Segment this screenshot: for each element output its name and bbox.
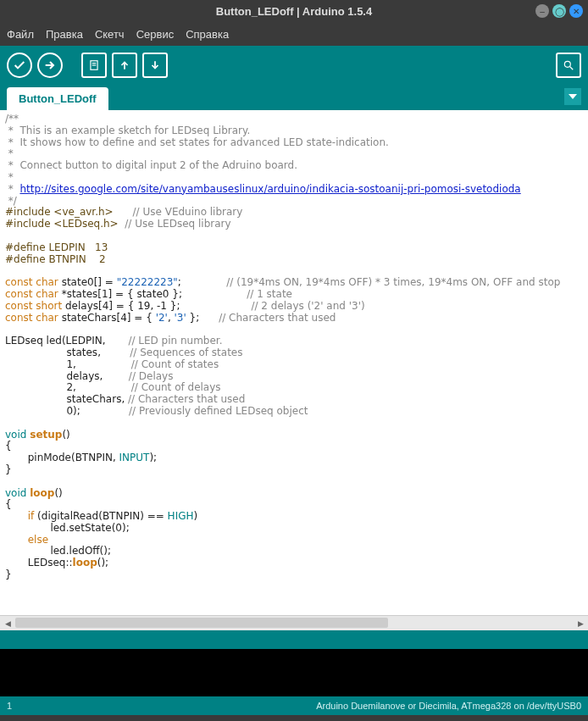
code-link[interactable]: http://sites.google.com/site/vanyambause… <box>19 183 520 195</box>
menu-edit[interactable]: Правка <box>46 28 83 41</box>
menu-tools[interactable]: Сервис <box>136 28 175 41</box>
code-line: delays, // Delays <box>5 371 583 383</box>
tab-sketch[interactable]: Button_LEDoff <box>7 87 108 110</box>
code-line: 2, // Count of delays <box>5 382 583 394</box>
horizontal-scrollbar[interactable]: ◀ ▶ <box>0 615 588 630</box>
arrow-right-icon <box>43 58 57 72</box>
serial-monitor-button[interactable] <box>556 53 581 78</box>
code-line: * Connect button to digital input 2 of t… <box>5 160 583 172</box>
save-button[interactable] <box>142 53 168 78</box>
code-line <box>5 265 583 277</box>
code-line: 0); // Previously defined LEDseq object <box>5 406 583 418</box>
close-button[interactable]: ✕ <box>569 4 583 18</box>
code-line: #define BTNPIN 2 <box>5 254 583 266</box>
code-line: const char stateChars[4] = { '2', '3' };… <box>5 313 583 324</box>
code-line: 1, // Count of states <box>5 359 583 371</box>
scroll-left-icon[interactable]: ◀ <box>2 618 14 629</box>
scroll-right-icon[interactable]: ▶ <box>574 618 586 629</box>
code-line: #include <ve_avr.h> // Use VEduino libra… <box>5 207 583 219</box>
code-line: pinMode(BTNPIN, INPUT); <box>5 452 583 464</box>
scrollbar-thumb[interactable] <box>15 618 388 628</box>
code-line: void loop() <box>5 488 583 500</box>
code-line <box>5 418 583 430</box>
code-line: led.ledOff(); <box>5 546 583 557</box>
code-line: led.setState(0); <box>5 523 583 535</box>
code-line: /** <box>5 114 583 125</box>
code-line: #define LEDPIN 13 <box>5 242 583 254</box>
code-line: stateChars, // Characters that used <box>5 394 583 406</box>
magnifier-icon <box>563 59 574 71</box>
code-line: { <box>5 499 583 511</box>
code-line: } <box>5 464 583 476</box>
tab-menu-button[interactable] <box>564 88 581 105</box>
code-line: const short delays[4] = { 19, -1 }; // 2… <box>5 301 583 313</box>
code-line: { <box>5 441 583 452</box>
code-line: states, // Sequences of states <box>5 347 583 359</box>
code-line: else <box>5 535 583 546</box>
code-line: if (digitalRead(BTNPIN) == HIGH) <box>5 511 583 523</box>
window-title: Button_LEDoff | Arduino 1.5.4 <box>216 5 372 18</box>
check-icon <box>13 58 26 72</box>
arrow-up-icon <box>119 59 130 71</box>
code-line <box>5 230 583 242</box>
tabbar: Button_LEDoff <box>0 85 588 110</box>
bottombar: 1 Arduino Duemilanove or Diecimila, ATme… <box>0 696 588 715</box>
code-line: } <box>5 569 583 581</box>
toolbar <box>0 46 588 85</box>
code-line: #include <LEDseq.h> // Use LEDseq librar… <box>5 219 583 230</box>
chevron-down-icon <box>569 92 577 101</box>
board-info: Arduino Duemilanove or Diecimila, ATmega… <box>316 701 581 711</box>
new-button[interactable] <box>81 53 107 78</box>
code-line: * It shows how to define and set states … <box>5 137 583 149</box>
arrow-down-icon <box>149 59 161 71</box>
svg-line-7 <box>570 67 574 70</box>
maximize-button[interactable]: ◯ <box>552 4 566 18</box>
titlebar: Button_LEDoff | Arduino 1.5.4 – ◯ ✕ <box>0 0 588 22</box>
code-line: * This is an example sketch for LEDseq L… <box>5 125 583 137</box>
code-line: void setup() <box>5 430 583 441</box>
verify-button[interactable] <box>7 53 32 78</box>
code-line: const char state0[] = "22222223"; // (19… <box>5 277 583 289</box>
minimize-button[interactable]: – <box>535 4 549 18</box>
upload-button[interactable] <box>37 53 63 78</box>
code-line <box>5 324 583 336</box>
file-icon <box>88 59 100 71</box>
code-line: * <box>5 148 583 160</box>
line-number: 1 <box>7 701 12 711</box>
menu-help[interactable]: Справка <box>186 28 229 41</box>
svg-point-6 <box>564 61 570 67</box>
console[interactable] <box>0 649 588 696</box>
code-line: const char *states[1] = { state0 }; // 1… <box>5 289 583 301</box>
menu-sketch[interactable]: Скетч <box>95 28 125 41</box>
code-line: * <box>5 172 583 184</box>
svg-marker-8 <box>569 94 577 99</box>
window-controls: – ◯ ✕ <box>535 4 583 18</box>
menu-file[interactable]: Файл <box>7 28 34 41</box>
code-line: * http://sites.google.com/site/vanyambau… <box>5 184 583 196</box>
open-button[interactable] <box>112 53 137 78</box>
status-area <box>0 630 588 649</box>
code-line: LEDseq led(LEDPIN, // LED pin number. <box>5 336 583 347</box>
code-editor[interactable]: /** * This is an example sketch for LEDs… <box>0 110 588 615</box>
code-line: LEDseq::loop(); <box>5 557 583 569</box>
code-line <box>5 476 583 488</box>
code-line: */ <box>5 196 583 208</box>
menubar: Файл Правка Скетч Сервис Справка <box>0 22 588 46</box>
